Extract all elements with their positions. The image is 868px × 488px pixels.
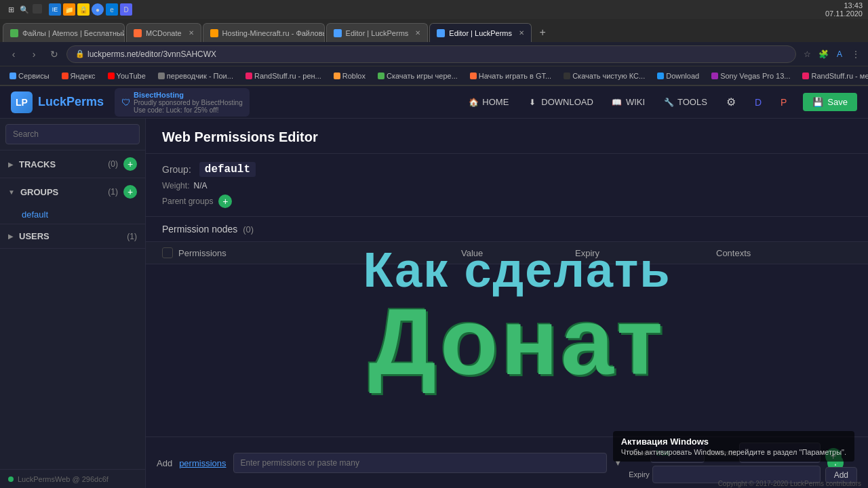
patreon-link[interactable]: P <box>772 93 795 112</box>
chrome-icon[interactable]: ● <box>92 3 104 16</box>
footer-text: LuckPermsWeb @ 296dc6f <box>18 475 108 483</box>
select-all-checkbox[interactable] <box>162 247 173 258</box>
weight-label: Weight: <box>162 181 189 190</box>
sidebar-section-tracks: ▶ TRACKS (0) + <box>0 150 145 178</box>
tab-0[interactable]: Файлы | Aternos | Бесплатный х... ✕ <box>3 23 125 42</box>
app-container: LP LuckPerms 🛡 BisectHosting Proudly spo… <box>0 86 868 488</box>
bookmark-7[interactable]: Начать играть в GT... <box>466 70 555 81</box>
bookmarks-bar: Сервисы Яндекс YouTube переводчик - Пои.… <box>0 66 868 85</box>
col-header-value: Value <box>461 248 570 258</box>
nav-wiki[interactable]: 📖 WIKI <box>604 93 653 111</box>
menu-icon[interactable]: ⋮ <box>849 47 863 61</box>
parent-groups-row: Parent groups + <box>162 195 852 208</box>
sidebar-search-area <box>0 119 145 150</box>
address-bar[interactable]: 🔒 luckperms.net/editor/3vnnSAHCWX <box>66 45 796 63</box>
bookmark-star-icon[interactable]: ☆ <box>800 47 814 61</box>
window-controls[interactable]: ⊞ 🔍 <box>5 4 42 15</box>
discord-link[interactable]: D <box>747 93 770 112</box>
tracks-section-title: TRACKS <box>19 159 102 169</box>
new-tab-button[interactable]: + <box>533 23 552 42</box>
taskbar-apps: IE 📁 🔒 ● e D <box>49 3 821 16</box>
users-count-badge: (1) <box>127 232 137 241</box>
app-icon-2[interactable]: 📁 <box>63 3 75 16</box>
discord-icon[interactable]: D <box>120 3 132 16</box>
github-link[interactable]: ⚙ <box>718 92 744 113</box>
nav-tools[interactable]: 🔧 TOOLS <box>656 93 715 111</box>
parent-groups-label: Parent groups <box>162 197 213 206</box>
header-navigation: 🏠 HOME ⬇ DOWNLOAD 📖 WIKI 🔧 TOOLS ⚙ D <box>460 92 857 113</box>
bookmark-3[interactable]: переводчик - Пои... <box>154 70 237 81</box>
bookmark-2[interactable]: YouTube <box>104 70 150 81</box>
permissions-link[interactable]: permissions <box>179 458 226 468</box>
tab-1-close[interactable]: ✕ <box>189 29 194 37</box>
add-parent-group-button[interactable]: + <box>218 195 232 208</box>
discord-icon: D <box>755 97 762 108</box>
bookmark-2-icon <box>108 73 115 79</box>
bookmark-5[interactable]: Roblox <box>330 70 370 81</box>
nav-home[interactable]: 🏠 HOME <box>460 93 517 111</box>
permissions-table-header: Permissions Value Expiry Contexts <box>146 242 868 264</box>
bookmark-10[interactable]: Sony Vegas Pro 13... <box>707 70 794 81</box>
group-meta: Weight: N/A <box>162 181 852 190</box>
windows-activation-notice: Активация Windows Чтобы активировать Win… <box>613 431 854 462</box>
bookmark-5-icon <box>334 73 340 79</box>
bookmark-9-icon <box>657 73 664 79</box>
browser-toolbar: ☆ 🧩 A ⋮ <box>800 47 863 61</box>
bookmark-4[interactable]: RandStuff.ru - рен... <box>241 70 326 81</box>
bookmark-9[interactable]: Download <box>653 70 703 81</box>
save-button[interactable]: 💾 Save <box>803 93 857 111</box>
users-section-header[interactable]: ▶ USERS (1) <box>0 224 145 248</box>
expiry-field-label: Expiry <box>629 470 650 479</box>
navigation-bar: ‹ › ↻ 🔒 luckperms.net/editor/3vnnSAHCWX … <box>0 42 868 66</box>
weight-value: N/A <box>193 181 207 190</box>
users-section-title: USERS <box>19 231 121 241</box>
tab-3-close[interactable]: ✕ <box>415 29 420 37</box>
search-input[interactable] <box>5 124 140 144</box>
nav-download[interactable]: ⬇ DOWNLOAD <box>519 93 601 111</box>
sidebar-footer: LuckPermsWeb @ 296dc6f <box>0 469 145 488</box>
group-name-row: Group: default <box>162 162 852 177</box>
browser-chrome: ⊞ 🔍 IE 📁 🔒 ● e D 13:43 07.11.2020 Файлы … <box>0 0 868 86</box>
search-system-icon[interactable]: 🔍 <box>19 4 30 15</box>
tab-4[interactable]: Editor | LuckPerms ✕ <box>429 23 532 42</box>
tab-1[interactable]: MCDonate ✕ <box>126 23 201 42</box>
back-button[interactable]: ‹ <box>5 46 22 62</box>
windows-start-icon[interactable]: ⊞ <box>5 4 16 15</box>
bookmark-11[interactable]: RandStuff.ru - мест... <box>798 70 868 81</box>
sidebar: ▶ TRACKS (0) + ▼ GROUPS (1) + default <box>0 119 146 488</box>
groups-count-badge: (1) <box>108 187 118 197</box>
content-area: Web Permissions Editor Group: default We… <box>146 119 868 488</box>
permissions-header: Permission nodes (0) <box>146 217 868 242</box>
bookmark-0[interactable]: Сервисы <box>5 70 54 81</box>
tab-4-close[interactable]: ✕ <box>519 29 524 37</box>
add-track-button[interactable]: + <box>123 157 137 171</box>
tracks-section-header[interactable]: ▶ TRACKS (0) + <box>0 150 145 178</box>
groups-section-header[interactable]: ▼ GROUPS (1) + <box>0 178 145 205</box>
patreon-icon: P <box>781 97 787 108</box>
edge-icon[interactable]: e <box>106 3 118 16</box>
logo-area: LP LuckPerms <box>11 92 104 113</box>
forward-button[interactable]: › <box>26 46 42 62</box>
col-header-permissions: Permissions <box>178 248 456 258</box>
bookmark-6[interactable]: Скачать игры чере... <box>374 70 462 81</box>
col-header-expiry: Expiry <box>575 248 711 258</box>
add-group-button[interactable]: + <box>123 185 137 199</box>
app-icon-3[interactable]: 🔒 <box>77 3 90 16</box>
sidebar-item-default[interactable]: default <box>0 205 145 224</box>
col-header-contexts: Contexts <box>716 248 852 258</box>
permissions-input[interactable] <box>233 453 608 473</box>
refresh-button[interactable]: ↻ <box>46 46 62 62</box>
group-name-value: default <box>199 162 256 177</box>
extensions-icon[interactable]: 🧩 <box>816 47 830 61</box>
bookmark-6-icon <box>378 73 384 79</box>
app-icon-1[interactable]: IE <box>49 3 61 16</box>
app-logo-text: LuckPerms <box>38 95 104 109</box>
tab-3[interactable]: Editor | LuckPerms ✕ <box>326 23 429 42</box>
permissions-count-badge: (0) <box>243 224 254 235</box>
save-icon: 💾 <box>812 97 823 107</box>
profile-icon[interactable]: A <box>833 47 846 61</box>
tab-2[interactable]: Hosting-Minecraft.ru - Файловый... ✕ <box>203 23 325 42</box>
bookmark-1[interactable]: Яндекс <box>58 70 100 81</box>
bookmark-8[interactable]: Скачать чистую КС... <box>559 70 649 81</box>
shield-icon: 🛡 <box>121 97 131 108</box>
